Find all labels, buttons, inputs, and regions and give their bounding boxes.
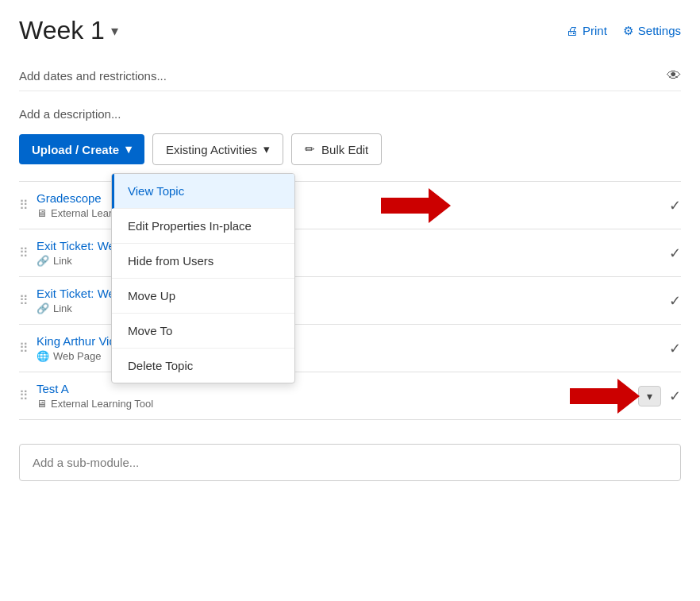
link-icon: 🔗 [37,302,49,314]
drag-handle-icon[interactable]: ⠿ [19,341,29,356]
activity-type: 🖥 External Learning Tool [37,398,638,410]
pencil-icon: ✏ [305,142,315,156]
add-submodule-input[interactable]: Add a sub-module... [19,444,681,481]
bulk-edit-label: Bulk Edit [321,143,368,156]
activity-type-label: Link [53,255,72,267]
dropdown-item-hide-users[interactable]: Hide from Users [112,244,294,279]
activity-right: ▾ ✓ [638,386,681,406]
link-icon: 🔗 [37,255,49,267]
dropdown-item-move-to[interactable]: Move To [112,314,294,349]
settings-icon: ⚙ [623,24,633,38]
webpage-icon: 🌐 [37,350,49,362]
dropdown-item-edit-properties[interactable]: Edit Properties In-place [112,209,294,244]
upload-create-button[interactable]: Upload / Create ▾ [19,134,144,164]
header-left: Week 1 ▾ [19,16,118,45]
print-button[interactable]: 🖨 Print [566,24,607,37]
dropdown-item-delete-topic[interactable]: Delete Topic [112,349,294,383]
existing-activities-dropdown: View Topic Edit Properties In-place Hide… [111,173,295,383]
eye-icon[interactable]: 👁 [667,67,681,84]
drag-handle-icon[interactable]: ⠿ [19,198,29,213]
upload-chevron-icon: ▾ [125,142,132,156]
add-description-text[interactable]: Add a description... [19,99,681,133]
page-title: Week 1 [19,16,105,45]
add-dates-row: Add dates and restrictions... 👁 [19,61,681,91]
activity-type-label: Link [53,302,72,314]
existing-activities-button[interactable]: Existing Activities ▾ [152,133,283,165]
settings-button[interactable]: ⚙ Settings [623,24,681,38]
dropdown-item-move-up[interactable]: Move Up [112,279,294,314]
existing-activities-label: Existing Activities [166,143,257,156]
activity-type-label: External Learning Tool [51,398,153,410]
checkmark-icon: ✓ [669,340,681,357]
checkmark-icon: ✓ [669,292,681,310]
drag-handle-icon[interactable]: ⠿ [19,245,29,260]
external-tool-icon: 🖥 [37,207,47,219]
activity-right: ✓ [669,245,681,262]
activity-name-test-a[interactable]: Test A [37,382,69,395]
page-header: Week 1 ▾ 🖨 Print ⚙ Settings [19,16,681,45]
checkmark-icon: ✓ [669,245,681,262]
drag-handle-icon[interactable]: ⠿ [19,388,29,403]
activity-right: ✓ [669,292,681,310]
test-a-dropdown-button[interactable]: ▾ [638,386,661,406]
title-chevron-icon[interactable]: ▾ [111,22,118,40]
activity-name-gradescope[interactable]: Gradescope [37,191,102,205]
checkmark-icon: ✓ [669,197,681,214]
activity-right: ✓ [669,197,681,214]
dropdown-item-view-topic[interactable]: View Topic [112,174,294,209]
add-dates-text[interactable]: Add dates and restrictions... [19,69,167,83]
activity-right: ✓ [669,340,681,357]
external-tool-icon: 🖥 [37,398,47,410]
upload-create-label: Upload / Create [32,143,119,156]
activity-info: Test A 🖥 External Learning Tool [37,382,638,410]
existing-chevron-icon: ▾ [263,142,270,156]
activity-type-label: Web Page [53,350,101,362]
drag-handle-icon[interactable]: ⠿ [19,293,29,308]
bulk-edit-button[interactable]: ✏ Bulk Edit [291,133,382,165]
header-right: 🖨 Print ⚙ Settings [566,24,681,38]
print-icon: 🖨 [566,24,578,37]
add-submodule-placeholder: Add a sub-module... [33,456,139,469]
toolbar: Upload / Create ▾ Existing Activities ▾ … [19,133,681,165]
checkmark-icon: ✓ [669,387,681,405]
